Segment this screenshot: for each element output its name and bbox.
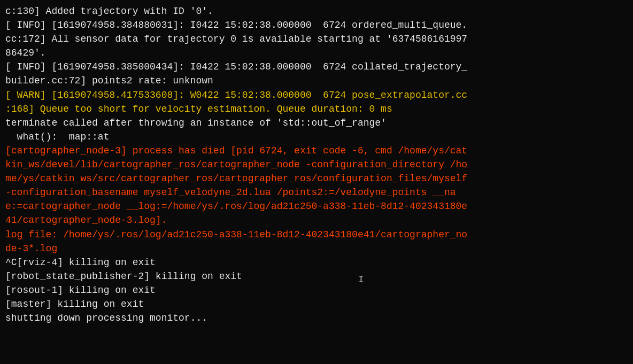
terminal-line-13: me/ys/catkin_ws/src/cartographer_ros/car… [5,172,628,185]
terminal-line-12: kin_ws/devel/lib/cartographer_ros/cartog… [5,158,628,172]
terminal-line-14: -configuration_basename myself_velodyne_… [5,185,628,199]
terminal-output: c:130] Added trajectory with ID '0'.[ IN… [5,4,628,325]
terminal-line-4: 86429'. [5,46,628,60]
terminal-line-19: ^C[rviz-4] killing on exit [5,255,628,269]
terminal-window[interactable]: c:130] Added trajectory with ID '0'.[ IN… [5,4,628,360]
terminal-line-23: shutting down processing monitor... [5,311,628,325]
terminal-line-22: [master] killing on exit [5,297,628,311]
terminal-line-8: :168] Queue too short for velocity estim… [5,102,628,116]
terminal-line-11: [cartographer_node-3] process has died [… [5,144,628,158]
terminal-line-7: [ WARN] [1619074958.417533608]: W0422 15… [5,88,628,102]
terminal-line-3: cc:172] All sensor data for trajectory 0… [5,32,628,46]
terminal-line-21: [rosout-1] killing on exit [5,283,628,297]
terminal-line-20: [robot_state_publisher-2] killing on exi… [5,269,628,283]
terminal-line-15: e:=cartographer_node __log:=/home/ys/.ro… [5,199,628,213]
terminal-line-16: 41/cartographer_node-3.log]. [5,213,628,227]
terminal-line-2: [ INFO] [1619074958.384880031]: I0422 15… [5,18,628,32]
terminal-line-9: terminate called after throwing an insta… [5,116,628,130]
terminal-line-18: de-3*.log [5,242,628,255]
terminal-line-5: [ INFO] [1619074958.385000434]: I0422 15… [5,60,628,74]
terminal-line-10: what(): map::at [5,130,628,144]
terminal-line-6: builder.cc:72] points2 rate: unknown [5,74,628,88]
terminal-line-1: c:130] Added trajectory with ID '0'. [5,4,628,18]
terminal-line-17: log file: /home/ys/.ros/log/ad21c250-a33… [5,228,628,242]
